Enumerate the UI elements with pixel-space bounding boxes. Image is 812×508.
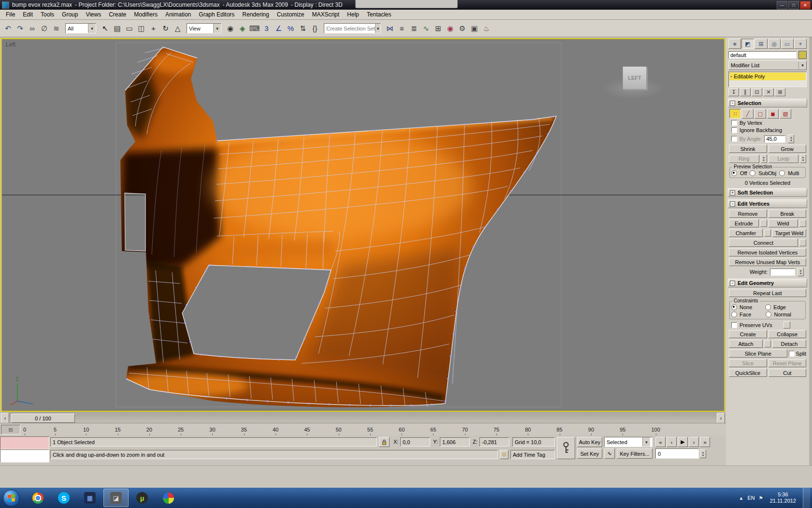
skype-icon[interactable]: S [51,489,76,507]
rendered-frame-window-icon[interactable]: ▣ [468,22,480,35]
y-coordinate-field[interactable]: 1,606 [440,437,470,447]
select-and-link-icon[interactable]: ∞ [26,22,38,35]
cut-button[interactable]: Cut [768,369,807,377]
menu-item[interactable]: Graph Editors [195,10,238,19]
ring-spinner[interactable] [761,154,767,163]
undo-icon[interactable]: ↶ [2,22,14,35]
border-mode-icon[interactable]: ▢ [754,109,766,119]
extrude-settings-button[interactable] [760,220,767,227]
object-name-field[interactable]: default [728,51,797,59]
edit-geometry-rollout-header[interactable]: - Edit Geometry [728,279,807,287]
x-coordinate-field[interactable]: 0,0 [400,437,430,447]
remove-unused-map-verts-button[interactable]: Remove Unused Map Verts [729,258,806,266]
object-color-swatch[interactable] [798,51,807,59]
collapse-button[interactable]: Collapse [768,330,807,338]
communicator-icon[interactable]: ⊙ [500,450,508,459]
set-keys-button[interactable] [557,437,575,459]
quick-render-icon[interactable]: ♨ [480,22,493,35]
command-panel-scrollbar[interactable] [809,37,812,465]
shrink-button[interactable]: Shrink [729,145,767,153]
app-icon-dark[interactable]: ▦ [77,489,102,507]
rectangular-selection-region-icon[interactable]: ▭ [123,22,135,35]
reference-coordinate-system-dropdown[interactable]: View [187,23,221,33]
menu-item[interactable]: Customize [273,10,308,19]
redo-icon[interactable]: ↷ [14,22,26,35]
create-tab-icon[interactable]: ∗ [728,39,741,49]
menu-item[interactable]: Rendering [238,10,273,19]
dropdown-arrow-icon[interactable] [798,61,806,69]
named-selection-sets-icon[interactable]: {} [309,22,321,35]
menu-item[interactable]: Animation [161,10,195,19]
modifier-list-dropdown[interactable]: Modifier List [728,60,807,70]
time-slider-right-arrow[interactable]: › [717,413,725,423]
slice-button[interactable]: Slice [729,359,767,367]
select-object-icon[interactable]: ↖ [99,22,111,35]
window-crossing-icon[interactable]: ◫ [135,22,147,35]
by-angle-spinner[interactable] [788,134,794,143]
remove-button[interactable]: Remove [729,209,767,218]
dropdown-arrow-icon[interactable] [88,24,96,33]
attach-settings-button[interactable] [764,340,771,347]
menu-item[interactable]: Tools [37,10,58,19]
menu-item[interactable]: MAXScript [308,10,343,19]
select-and-rotate-icon[interactable]: ↻ [160,22,172,35]
utorrent-icon[interactable]: µ [130,489,155,507]
weight-field[interactable] [770,269,795,276]
select-by-name-icon[interactable]: ▤ [111,22,123,35]
start-button[interactable] [3,490,20,507]
chrome-icon[interactable] [25,489,50,507]
by-vertex-checkbox[interactable] [731,120,737,126]
preview-off-radio[interactable] [731,170,737,176]
vertex-mode-icon[interactable]: ∷ [729,109,741,119]
constraint-face-radio[interactable] [731,312,737,317]
connect-button[interactable]: Connect [729,239,798,247]
target-weld-button[interactable]: Target Weld [772,229,806,237]
viewport-left[interactable]: Left LEFT Z [1,38,725,412]
element-mode-icon[interactable]: ▧ [780,109,791,119]
create-selection-set-field[interactable]: Create Selection Set [324,23,381,33]
preserve-uvs-checkbox[interactable] [731,322,737,328]
menu-item[interactable]: File [2,10,19,19]
menu-item[interactable]: Help [343,10,363,19]
reset-plane-button[interactable]: Reset Plane [768,359,807,367]
quickslice-button[interactable]: QuickSlice [729,369,767,377]
dropdown-arrow-icon[interactable] [213,24,221,33]
selection-rollout-header[interactable]: - Selection [728,99,807,107]
select-and-move-icon[interactable]: + [147,22,160,35]
select-and-scale-icon[interactable]: △ [172,22,184,35]
viewport-label[interactable]: Left [6,41,15,48]
modifier-stack-item[interactable]: ▪ Editable Poly [729,73,806,80]
auto-key-button[interactable]: Auto Key [577,437,602,447]
key-filters-button[interactable]: Key Filters... [617,448,652,459]
pin-st[interactable]: ↧ [728,88,739,96]
remove-isolated-vertices-button[interactable]: Remove Isolated Vertices [729,248,806,256]
show-desktop-button[interactable] [803,488,810,508]
modify-tab-icon[interactable]: ◩ [741,39,754,49]
add-time-tag-field[interactable]: Add Time Tag [510,450,555,459]
chamfer-button[interactable]: Chamfer [729,229,763,237]
go-to-end-button[interactable]: » [700,437,710,447]
split-checkbox[interactable] [789,351,795,357]
edge-mode-icon[interactable]: ╱ [742,109,754,119]
grow-button[interactable]: Grow [768,145,807,153]
language-indicator[interactable]: EN [748,495,755,501]
dropdown-arrow-icon[interactable] [375,24,380,33]
collapse-icon[interactable]: - [730,201,735,207]
show-end-result-icon[interactable]: ∥ [740,88,751,96]
menu-item[interactable]: Create [105,10,130,19]
extrude-button[interactable]: Extrude [729,219,759,227]
preview-subobj-radio[interactable] [750,170,755,176]
clock[interactable]: 5:36 21.11.2012 [767,492,799,504]
remove-modifier-icon[interactable]: ✕ [763,88,774,96]
menu-item[interactable]: Group [58,10,82,19]
weight-spinner[interactable] [798,268,804,276]
percent-snap-icon[interactable]: % [285,22,297,35]
by-angle-checkbox[interactable] [731,136,737,142]
schematic-view-icon[interactable]: ⊞ [432,22,444,35]
hierarchy-tab-icon[interactable]: ⊞ [754,39,767,49]
maximize-button[interactable]: □ [788,1,799,9]
palette-icon[interactable] [156,489,181,507]
curve-editor-icon[interactable]: ∿ [420,22,432,35]
menu-item[interactable]: Views [82,10,105,19]
align-icon[interactable]: ≡ [396,22,408,35]
